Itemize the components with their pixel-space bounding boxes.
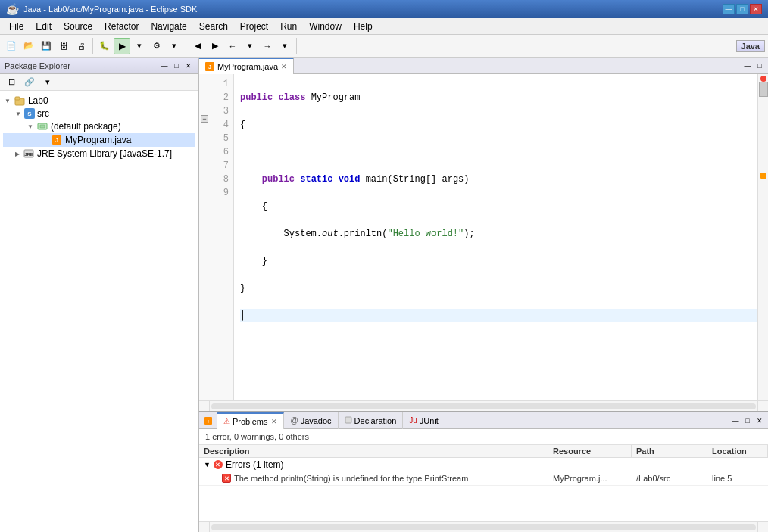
menu-navigate[interactable]: Navigate — [145, 20, 192, 33]
error-cell-resource-0: MyProgram.j... — [548, 473, 632, 484]
bottom-panel-max-icon[interactable]: □ — [742, 415, 753, 426]
panel-close-icon[interactable]: ✕ — [183, 61, 194, 71]
fold-minus-button[interactable]: − — [201, 115, 208, 123]
project-icon — [14, 95, 26, 107]
save-all-button[interactable]: 🗄 — [55, 38, 72, 54]
close-button[interactable]: ✕ — [750, 4, 762, 14]
back-dropdown[interactable]: ▾ — [242, 38, 258, 54]
tree-item-myprogram[interactable]: J MyProgram.java — [3, 133, 195, 147]
tab-label-junit: JUnit — [420, 416, 439, 425]
java-tab-icon: J — [205, 61, 214, 70]
title-bar-controls: — □ ✕ — [723, 4, 762, 14]
tree-item-default-pkg[interactable]: ▼ (default package) — [3, 120, 195, 133]
error-cell-desc-0: ✕ The method prinltn(String) is undefine… — [199, 473, 548, 484]
editor-max-icon[interactable]: □ — [754, 61, 765, 71]
col-description[interactable]: Description — [199, 445, 548, 457]
menu-project[interactable]: Project — [234, 20, 274, 33]
bottom-panel-min-icon[interactable]: — — [730, 415, 741, 426]
link-with-editor-button[interactable]: 🔗 — [21, 74, 38, 91]
problems-row-0[interactable]: ✕ The method prinltn(String) is undefine… — [199, 471, 768, 486]
bottom-panel-close-icon[interactable]: ✕ — [754, 415, 765, 426]
tab-javadoc[interactable]: @ Javadoc — [284, 412, 338, 429]
editor-panel: J MyProgram.java ✕ — □ − 1 2 3 4 5 6 7 8 — [199, 58, 768, 411]
panel-maximize-icon[interactable]: □ — [171, 61, 182, 71]
tab-close-button[interactable]: ✕ — [281, 63, 287, 70]
scroll-left-btn[interactable] — [199, 401, 210, 412]
scroll-thumb[interactable] — [759, 82, 768, 97]
problems-scroll-bar[interactable] — [211, 524, 756, 530]
run-dropdown[interactable]: ▾ — [131, 38, 148, 54]
svg-rect-12 — [345, 417, 351, 423]
tab-label-javadoc: Javadoc — [301, 416, 332, 425]
editor-column: J MyProgram.java ✕ — □ − 1 2 3 4 5 6 7 8 — [199, 58, 768, 532]
svg-text:J: J — [208, 64, 211, 70]
error-circle-icon: ✕ — [214, 460, 223, 469]
h-scroll-bar[interactable] — [211, 403, 756, 409]
forward-button[interactable]: → — [259, 38, 276, 54]
minimize-button[interactable]: — — [723, 4, 735, 14]
back-button[interactable]: ← — [224, 38, 241, 54]
tab-problems[interactable]: ⚠ Problems ✕ — [217, 412, 284, 429]
tab-declaration[interactable]: Declaration — [339, 412, 404, 429]
collapse-all-button[interactable]: ⊟ — [3, 74, 20, 91]
tree-label-lab0: Lab0 — [28, 95, 48, 106]
editor-tab-myprogram[interactable]: J MyProgram.java ✕ — [199, 58, 294, 74]
new-button[interactable]: 📄 — [3, 38, 20, 54]
toolbar: 📄 📂 💾 🗄 🖨 🐛 ▶ ▾ ⚙ ▾ ◀ ▶ ← ▾ → ▾ Java — [0, 35, 768, 58]
bottom-tabs: ! ⚠ Problems ✕ @ Javadoc — [199, 412, 768, 429]
external-tools[interactable]: ⚙ — [148, 38, 165, 54]
debug-button[interactable]: 🐛 — [96, 38, 113, 54]
forward-dropdown[interactable]: ▾ — [276, 38, 293, 54]
panel-minimize-icon[interactable]: — — [159, 61, 170, 71]
toolbar-group-file: 📄 📂 💾 🗄 🖨 — [3, 38, 93, 54]
ext-tools-dropdown[interactable]: ▾ — [166, 38, 183, 54]
problems-horizontal-scroll[interactable] — [199, 521, 768, 532]
editor-horizontal-scroll[interactable] — [199, 400, 768, 411]
tree-item-jre[interactable]: ▶ JRE JRE System Library [JavaSE-1.7] — [3, 147, 195, 160]
problems-table: Description Resource Path Location ▼ ✕ E… — [199, 445, 768, 521]
scroll-left-btn[interactable] — [199, 522, 210, 533]
editor-min-icon[interactable]: — — [742, 61, 753, 71]
view-menu-button[interactable]: ▾ — [39, 74, 56, 91]
code-editor[interactable]: public class MyProgram { public static v… — [234, 74, 768, 400]
print-button[interactable]: 🖨 — [73, 38, 89, 54]
menu-run[interactable]: Run — [274, 20, 303, 33]
menu-search[interactable]: Search — [193, 20, 234, 33]
menu-help[interactable]: Help — [348, 20, 379, 33]
bottom-panel-icon: ! — [199, 415, 217, 427]
tree-item-lab0[interactable]: ▼ Lab0 — [3, 94, 195, 107]
editor-scrollbar[interactable] — [757, 74, 768, 400]
save-button[interactable]: 💾 — [38, 38, 55, 54]
open-button[interactable]: 📂 — [20, 38, 37, 54]
svg-rect-1 — [15, 97, 20, 100]
col-location[interactable]: Location — [707, 445, 768, 457]
error-group[interactable]: ▼ ✕ Errors (1 item) — [199, 458, 768, 471]
menu-refactor[interactable]: Refactor — [98, 20, 145, 33]
next-edit[interactable]: ▶ — [207, 38, 223, 54]
java-perspective-badge[interactable]: Java — [736, 40, 765, 52]
col-resource[interactable]: Resource — [548, 445, 632, 457]
menu-file[interactable]: File — [3, 20, 30, 33]
col-path[interactable]: Path — [632, 445, 707, 457]
run-button[interactable]: ▶ — [114, 38, 130, 54]
maximize-button[interactable]: □ — [736, 4, 748, 14]
editor-tabs: J MyProgram.java ✕ — □ — [199, 58, 768, 74]
tab-label-myprogram: MyProgram.java — [217, 62, 278, 71]
package-explorer-panel: Package Explorer — □ ✕ ⊟ 🔗 ▾ ▼ — [0, 58, 199, 532]
tree-label-myprogram: MyProgram.java — [65, 135, 131, 145]
scroll-right-btn[interactable] — [757, 522, 768, 533]
tree-item-src[interactable]: ▼ S src — [3, 107, 195, 120]
menu-edit[interactable]: Edit — [30, 20, 58, 33]
tab-close-problems[interactable]: ✕ — [271, 418, 277, 425]
scroll-right-btn[interactable] — [757, 401, 768, 412]
problems-col-header: Description Resource Path Location — [199, 445, 768, 458]
menu-source[interactable]: Source — [58, 20, 98, 33]
menu-window[interactable]: Window — [303, 20, 348, 33]
tab-junit[interactable]: Ju JUnit — [403, 412, 445, 429]
error-cell-location-0: line 5 — [707, 473, 768, 484]
error-expand-icon[interactable]: ▼ — [204, 461, 211, 468]
svg-text:JRE: JRE — [24, 152, 33, 157]
java-file-icon: J — [51, 134, 63, 146]
prev-edit[interactable]: ◀ — [189, 38, 206, 54]
package-explorer-title: Package Explorer — [5, 61, 70, 70]
